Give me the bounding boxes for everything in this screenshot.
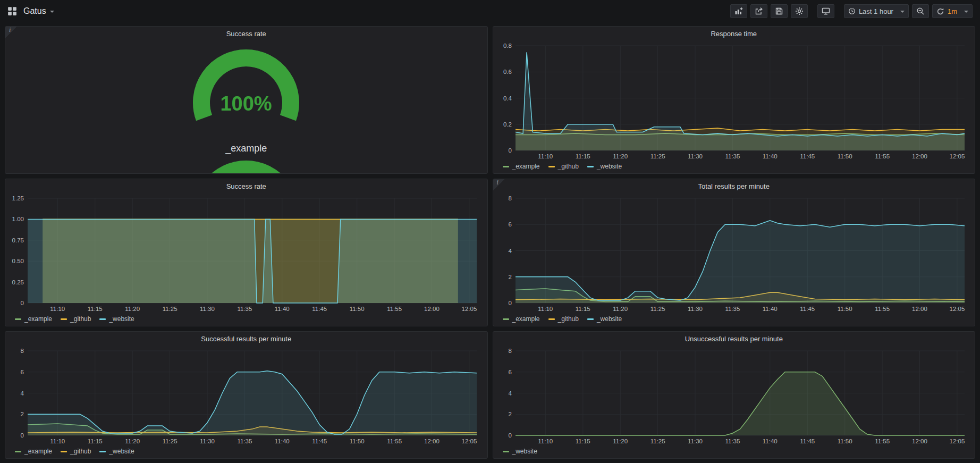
gear-icon [795, 7, 804, 15]
refresh-picker[interactable]: 1m [932, 4, 973, 18]
caret-down-icon [964, 11, 968, 13]
legend-series-label: _example [512, 163, 540, 170]
panel-title[interactable]: Successful results per minute [5, 332, 487, 346]
x-tick-label: 11:35 [725, 153, 740, 159]
caret-down-icon [900, 11, 905, 13]
legend-item-website[interactable]: _website [587, 163, 622, 170]
legend-series-marker [99, 318, 106, 320]
dashboard-title[interactable]: Gatus [23, 6, 54, 16]
panel-title[interactable]: Success rate [5, 179, 487, 193]
refresh-icon [936, 7, 944, 15]
panel-unsuccessful-results: Unsuccessful results per minute 11:1011:… [493, 331, 976, 459]
x-tick-label: 12:00 [912, 306, 927, 312]
legend-item-website[interactable]: _website [99, 315, 134, 323]
y-tick-label: 0.4 [503, 95, 512, 102]
x-tick-label: 12:05 [949, 306, 965, 312]
legend-series-marker [587, 318, 594, 320]
panel-title[interactable]: Total results per minute [493, 179, 975, 193]
x-tick-label: 11:45 [800, 306, 815, 312]
x-tick-label: 11:25 [650, 438, 665, 444]
x-tick-label: 11:25 [163, 306, 178, 312]
time-range-picker[interactable]: Last 1 hour [844, 4, 909, 18]
y-tick-label: 0.8 [503, 43, 512, 49]
y-tick-label: 0 [21, 300, 24, 306]
chart-legend: _example_github_website [496, 161, 971, 172]
x-tick-label: 11:25 [650, 306, 665, 312]
share-button[interactable] [750, 4, 767, 18]
y-tick-label: 0 [508, 147, 511, 154]
chart-svg: 11:1011:1511:2011:2511:3011:3511:4011:45… [496, 41, 971, 161]
legend-series-marker [503, 451, 509, 452]
legend-series-label: _github [70, 315, 91, 323]
x-tick-label: 11:10 [538, 306, 553, 312]
panel-title[interactable]: Response time [493, 27, 975, 41]
x-tick-label: 11:15 [88, 438, 103, 444]
panel-body: 11:1011:1511:2011:2511:3011:3511:4011:45… [493, 346, 975, 458]
settings-button[interactable] [791, 4, 808, 18]
x-tick-label: 11:10 [538, 438, 553, 444]
x-tick-label: 11:40 [762, 306, 777, 312]
response-time-plot[interactable]: 11:1011:1511:2011:2511:3011:3511:4011:45… [496, 41, 971, 161]
x-tick-label: 11:45 [800, 438, 815, 444]
gauge-arc-svg: 100% [169, 43, 323, 143]
legend-item-github[interactable]: _github [548, 315, 579, 323]
x-tick-label: 11:20 [613, 153, 628, 159]
save-button[interactable] [771, 4, 788, 18]
zoom-out-icon [916, 7, 925, 15]
panel-info-icon[interactable]: i [493, 179, 505, 191]
gauge-value: 100% [221, 92, 272, 115]
add-panel-button[interactable] [730, 4, 747, 18]
panel-body: 11:1011:1511:2011:2511:3011:3511:4011:45… [493, 41, 975, 173]
panel-title[interactable]: Success rate [5, 27, 487, 41]
legend-item-github[interactable]: _github [61, 448, 91, 455]
legend-series-label: _website [109, 448, 134, 455]
cycle-view-button[interactable] [817, 4, 834, 18]
legend-item-example[interactable]: _example [503, 315, 540, 323]
x-tick-label: 11:40 [762, 153, 777, 159]
legend-item-example[interactable]: _example [15, 315, 52, 323]
chart-legend: _example_github_website [496, 314, 971, 324]
y-tick-label: 0.6 [503, 69, 512, 75]
dashboard-grid: i Success rate 100%_example100%_github78… [0, 22, 980, 459]
x-tick-label: 11:15 [575, 438, 590, 444]
x-tick-label: 11:35 [725, 438, 740, 444]
add-panel-icon [734, 7, 743, 15]
y-tick-label: 0.50 [12, 258, 24, 264]
panel-info-icon[interactable]: i [5, 27, 17, 38]
successful-results-plot[interactable]: 11:1011:1511:2011:2511:3011:3511:4011:45… [9, 346, 483, 446]
legend-item-website[interactable]: _website [99, 448, 134, 455]
success-rate-plot[interactable]: 11:1011:1511:2011:2511:3011:3511:4011:45… [9, 193, 483, 314]
legend-series-label: _example [24, 448, 52, 455]
legend-item-website[interactable]: _website [587, 315, 622, 323]
x-tick-label: 11:50 [837, 438, 852, 444]
unsuccessful-results-plot[interactable]: 11:1011:1511:2011:2511:3011:3511:4011:45… [496, 346, 971, 446]
gauge-arc-svg: 100% [169, 154, 323, 174]
x-tick-label: 12:05 [949, 438, 965, 444]
legend-series-marker [61, 318, 67, 320]
legend-series-marker [15, 451, 21, 452]
x-tick-label: 11:25 [163, 438, 178, 444]
dashboard-grid-icon[interactable] [7, 6, 17, 16]
x-tick-label: 11:10 [538, 153, 553, 159]
legend-item-github[interactable]: _github [61, 315, 91, 323]
x-tick-label: 11:45 [312, 438, 327, 444]
x-tick-label: 11:45 [800, 153, 815, 159]
save-icon [775, 7, 783, 15]
legend-series-label: _website [597, 315, 622, 323]
legend-item-example[interactable]: _example [503, 163, 540, 170]
y-tick-label: 2 [508, 274, 511, 280]
x-tick-label: 11:20 [125, 438, 140, 444]
y-tick-label: 1.00 [12, 216, 24, 222]
legend-item-github[interactable]: _github [548, 163, 579, 170]
x-tick-label: 11:10 [50, 438, 65, 444]
panel-title[interactable]: Unsuccessful results per minute [493, 332, 975, 346]
total-results-plot[interactable]: 11:1011:1511:2011:2511:3011:3511:4011:45… [496, 193, 971, 314]
legend-item-website[interactable]: _website [503, 448, 537, 455]
x-tick-label: 12:00 [424, 438, 440, 444]
clock-icon [848, 7, 856, 15]
x-tick-label: 11:35 [237, 438, 252, 444]
x-tick-label: 11:10 [50, 306, 65, 312]
legend-item-example[interactable]: _example [15, 448, 52, 455]
series-area-website [28, 219, 477, 303]
zoom-out-button[interactable] [912, 4, 929, 18]
